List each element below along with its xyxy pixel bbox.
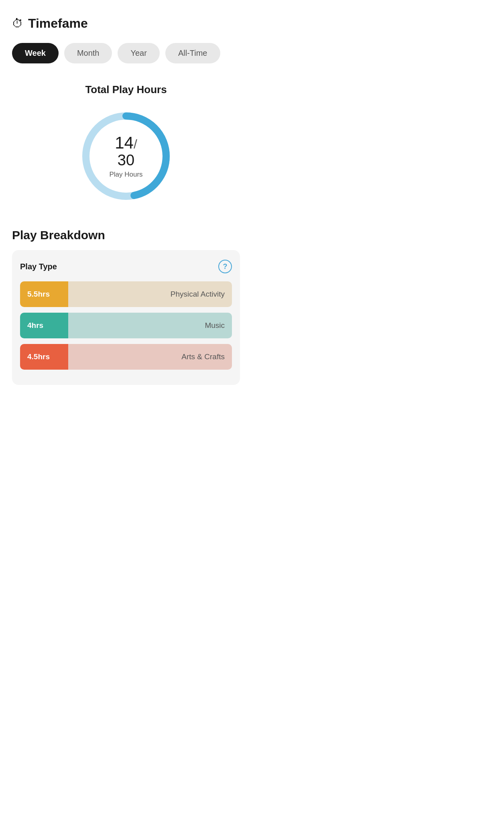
- help-icon[interactable]: ?: [218, 260, 232, 273]
- donut-total: 30: [118, 152, 134, 169]
- play-type-header: Play Type ?: [20, 260, 232, 273]
- bar-label-music: Music: [68, 313, 232, 338]
- bar-label-physical: Physical Activity: [68, 281, 232, 307]
- bar-row-physical: 5.5hrs Physical Activity: [20, 281, 232, 307]
- bar-row-arts: 4.5hrs Arts & Crafts: [20, 344, 232, 370]
- tab-alltime[interactable]: All-Time: [165, 43, 220, 63]
- app-header: ⏱ Timefame: [12, 16, 240, 31]
- bar-value-physical: 5.5hrs: [20, 281, 68, 307]
- app-icon: ⏱: [12, 17, 23, 30]
- donut-slash: /: [134, 137, 137, 151]
- breakdown-card: Play Type ? 5.5hrs Physical Activity 4hr…: [12, 250, 240, 385]
- bar-label-arts: Arts & Crafts: [68, 344, 232, 370]
- donut-current: 14: [115, 133, 134, 152]
- play-breakdown-title: Play Breakdown: [12, 228, 240, 242]
- play-type-label: Play Type: [20, 262, 57, 271]
- time-tabs: Week Month Year All-Time: [12, 43, 240, 63]
- bar-row-music: 4hrs Music: [20, 313, 232, 338]
- total-play-hours-title: Total Play Hours: [12, 83, 240, 96]
- bar-value-arts: 4.5hrs: [20, 344, 68, 370]
- tab-year[interactable]: Year: [118, 43, 159, 63]
- app-title: Timefame: [28, 16, 88, 31]
- tab-month[interactable]: Month: [64, 43, 112, 63]
- donut-chart-container: 14/30 Play Hours: [12, 108, 240, 204]
- donut-chart: 14/30 Play Hours: [78, 108, 174, 204]
- tab-week[interactable]: Week: [12, 43, 59, 63]
- bar-value-music: 4hrs: [20, 313, 68, 338]
- donut-numbers: 14/30: [109, 134, 142, 169]
- donut-center-content: 14/30 Play Hours: [109, 134, 142, 179]
- donut-label: Play Hours: [109, 171, 142, 179]
